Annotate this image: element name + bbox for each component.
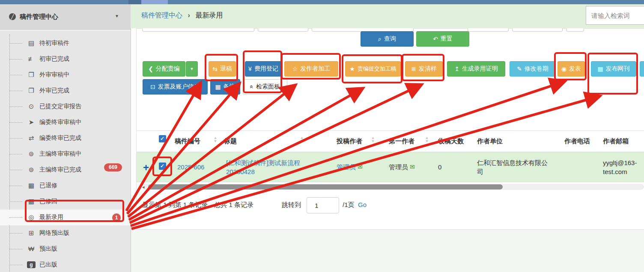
keyboard-icon: ▦ <box>27 182 36 189</box>
days-cell: 0 <box>435 152 472 182</box>
sidebar-item-published[interactable]: g 已出版 <box>0 257 131 272</box>
scroll-left-arrow-icon[interactable]: ◂ <box>142 184 145 190</box>
page-background <box>131 229 644 272</box>
go-link[interactable]: Go <box>358 201 367 208</box>
sidebar-item-first-review-done[interactable]: ≢ 初审已完成 <box>0 51 131 67</box>
address-card-icon: ⊡ <box>150 83 155 90</box>
sidebar-item-pre-publication[interactable]: ₩ 预出版 <box>0 241 131 257</box>
filter-field-cut[interactable] <box>468 28 509 32</box>
envelope-icon[interactable]: ✉ <box>410 163 415 171</box>
search-panel-button[interactable]: « 检索面板 <box>243 79 287 95</box>
sidebar-header[interactable]: ╱ 稿件管理中心 ▼ <box>0 4 131 31</box>
column-header-days[interactable]: 收稿天数 <box>435 131 472 152</box>
column-header-phone[interactable]: 作者电话 <box>561 131 598 152</box>
sidebar-item-board-final-review-in-progress[interactable]: ➤ 编委终审审稿中 <box>0 115 131 130</box>
publish-web-journal-button[interactable]: ▦ 发布网刊 <box>591 61 636 77</box>
breadcrumb-parent-link[interactable]: 稿件管理中心 <box>141 12 182 19</box>
filter-field-cut[interactable] <box>142 28 254 32</box>
chevron-down-icon[interactable]: ▼ <box>115 14 119 18</box>
angle-double-up-icon: « <box>248 85 255 89</box>
send-proof-button[interactable]: ≣ 发清样 <box>405 61 443 77</box>
sidebar-item-newly-accepted[interactable]: ◎ 最新录用 1 <box>0 210 131 225</box>
jump-label: 跳转到 <box>282 201 301 209</box>
calendar-icon: ▦ <box>215 83 221 90</box>
manuscript-title-link[interactable]: [仁和测试稿件]测试新流程20250428 <box>223 152 315 182</box>
yen-icon: ¥ <box>248 65 252 72</box>
upload-icon: ↥ <box>454 65 459 72</box>
sidebar-item-returned-for-revision[interactable]: ▦ 已退修 <box>0 178 131 194</box>
sort-icon[interactable] <box>300 136 304 143</box>
globe-icon: ◉ <box>561 65 566 72</box>
filter-field-cut[interactable] <box>566 28 584 32</box>
editor-submit-processed-button[interactable]: ★ 责编提交加工稿 <box>345 61 401 77</box>
column-header-id[interactable]: 稿件编号 <box>171 131 214 152</box>
manuscript-center-icon: ╱ <box>9 13 16 20</box>
sidebar-item-awaiting-first-review[interactable]: ▤ 待初审稿件 <box>0 35 131 51</box>
sidebar-item-chief-final-review-in-progress[interactable]: ⊚ 主编终审审稿中 <box>0 146 131 162</box>
cut-off-button[interactable] <box>640 61 644 77</box>
filter-field-cut[interactable] <box>512 28 563 32</box>
column-header-first-author[interactable]: 第一作者 <box>385 131 421 152</box>
sidebar-item-board-final-review-done[interactable]: ⇄ 编委终审已完成 <box>0 130 131 146</box>
manuscript-id-link[interactable]: 2025-606 <box>174 152 217 182</box>
calendar-icon: ▦ <box>597 65 603 72</box>
sort-icon[interactable] <box>371 136 375 143</box>
org-cell: 仁和汇智信息技术有限公司 <box>474 152 551 182</box>
send-author-processing-button[interactable]: ☆ 发作者加工 <box>284 61 338 77</box>
retweet-icon: ⇄ <box>27 134 36 142</box>
remark-button[interactable]: ▦ 备注 <box>210 79 240 95</box>
chevron-down-icon: ▼ <box>190 67 194 71</box>
outdent-icon: ≣ <box>411 65 416 72</box>
horizontal-scrollbar-thumb[interactable] <box>148 184 503 189</box>
sidebar: ╱ 稿件管理中心 ▼ ▤ 待初审稿件 ≢ 初审已完成 ❐ 外审审稿中 ❐ 外审已… <box>0 4 131 272</box>
browser-top-strip <box>0 0 644 4</box>
modify-issue-button[interactable]: ✎ 修改卷期 <box>510 61 556 77</box>
assign-editor-caret[interactable]: ▼ <box>186 61 198 77</box>
book-icon: ▤ <box>27 39 36 47</box>
sidebar-title: 稿件管理中心 <box>20 13 58 21</box>
reject-manuscript-button[interactable]: ⇆ 退稿 <box>209 61 236 77</box>
sidebar-item-external-review-in-progress[interactable]: ❐ 外审审稿中 <box>0 67 131 83</box>
breadcrumb: 稿件管理中心 › 最新录用 <box>141 11 223 20</box>
keyboard-icon: ▦ <box>27 198 36 205</box>
column-header-email[interactable]: 作者邮箱 <box>599 131 644 152</box>
sort-icon[interactable] <box>425 136 429 143</box>
sidebar-item-revision-returned[interactable]: ▦ 已修回 <box>0 194 131 210</box>
copy-icon: ❐ <box>27 87 36 95</box>
share-icon: ❮ <box>148 65 153 72</box>
fee-register-button[interactable]: ¥ 费用登记 <box>245 61 282 77</box>
sidebar-item-online-pre-publication[interactable]: ⊞ 网络预出版 <box>0 225 131 241</box>
sort-icon[interactable] <box>213 136 218 143</box>
row-checkbox[interactable] <box>159 163 166 170</box>
sidebar-item-final-review-report-submitted[interactable]: ⊙ 已提交定审报告 <box>0 99 131 115</box>
select-all-checkbox[interactable] <box>159 135 166 142</box>
column-header-title[interactable]: 标题 <box>221 131 298 152</box>
assign-editor-button[interactable]: ❮ 分配责编 <box>143 61 185 77</box>
publish-button[interactable]: ◉ 发表 <box>558 61 585 77</box>
copy-icon: ❐ <box>27 71 36 79</box>
bars-icon: ≢ <box>27 55 36 62</box>
jump-page-input[interactable] <box>307 197 339 213</box>
undo-icon: ↶ <box>433 35 438 42</box>
generate-acceptance-cert-button[interactable]: ↥ 生成录用证明 <box>447 61 505 77</box>
expand-row-icon[interactable]: + <box>143 162 149 174</box>
reset-button[interactable]: ↶ 重置 <box>416 31 469 47</box>
star-outline-icon: ☆ <box>292 65 298 72</box>
query-button[interactable]: ⌕ 查询 <box>361 31 414 47</box>
submit-author-link[interactable]: 管理员 <box>337 163 356 171</box>
page-total: /1页 <box>343 201 355 209</box>
filter-field-cut[interactable] <box>258 28 308 32</box>
envelope-icon[interactable]: ✉ <box>358 163 363 171</box>
bullseye-icon: ◎ <box>27 213 36 221</box>
content-card <box>136 28 644 230</box>
g-icon: g <box>27 261 36 268</box>
sidebar-item-chief-final-review-done[interactable]: ⊚ 主编终审已完成 669 <box>0 162 131 178</box>
count-badge: 669 <box>104 163 122 171</box>
invoice-account-button[interactable]: ⊡ 发票及账户信息 <box>143 79 208 95</box>
star-icon: ★ <box>349 65 355 72</box>
search-input[interactable] <box>586 6 644 25</box>
column-header-submit-author[interactable]: 投稿作者 <box>333 131 369 152</box>
sidebar-item-external-review-done[interactable]: ❐ 外审已完成 <box>0 83 131 99</box>
breadcrumb-current: 最新录用 <box>195 12 223 19</box>
column-header-org[interactable]: 作者单位 <box>474 131 551 152</box>
